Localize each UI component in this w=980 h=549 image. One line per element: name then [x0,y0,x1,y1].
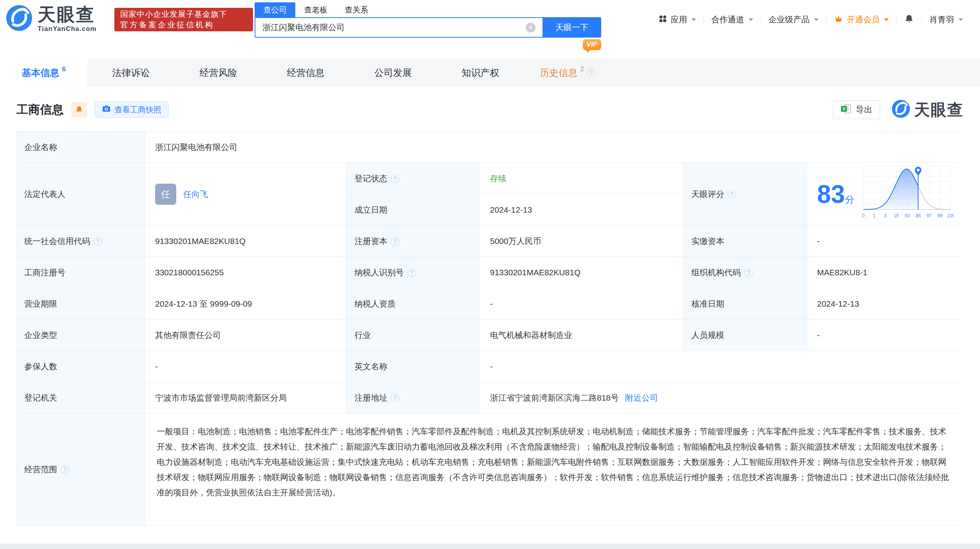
svg-text:3: 3 [884,213,887,219]
field-label-company-name: 企业名称 [16,132,145,163]
search-input[interactable] [255,17,542,38]
tab-basic-info[interactable]: 基本信息6 [0,59,87,87]
field-label-score: 天眼评分? [683,163,807,226]
camera-icon [102,104,111,115]
field-value-est-date: 2024-12-13 [480,194,683,226]
export-button[interactable]: X 导出 [833,100,880,119]
field-value-reg-status: 存续 [480,163,683,194]
menu-item-partner[interactable]: 合作通道 [704,14,761,25]
tab-history-info[interactable]: 历史信息 2 ? VIP [524,59,611,87]
tab-intellectual-property[interactable]: 知识产权 [437,59,524,87]
help-icon[interactable]: ? [391,394,400,402]
field-value-scope: 一般项目：电池制造；电池销售；电池零配件生产；电池零配件销售；汽车零部件及配件制… [145,414,964,525]
help-icon[interactable]: ? [391,174,400,183]
clear-search-icon[interactable]: ✕ [526,23,535,33]
field-label-insured-count: 参保人数 [16,351,145,382]
badge-line1: 国家中小企业发展子基金旗下 [120,9,247,20]
crown-icon [834,14,843,25]
bell-icon [75,105,83,114]
footer-strip [0,544,980,549]
subscribe-bell-button[interactable] [71,102,87,117]
field-label-paid-capital: 实缴资本 [683,226,807,257]
search-tab-company[interactable]: 查公司 [255,2,295,17]
bell-icon [904,14,914,26]
field-value-term: 2024-12-13 至 9999-09-09 [145,288,347,320]
field-value-taxpayer-id: 91330201MAE82KU81Q [480,257,683,288]
tianyancha-logo-icon [892,100,910,119]
tianyancha-logo[interactable]: 天眼查 TianYanCha.com [6,5,97,33]
field-label-taxpayer-quality: 纳税人资质 [347,288,480,320]
help-icon[interactable]: ? [391,237,400,246]
help-icon[interactable]: ? [94,237,102,246]
score-unit: 分 [845,193,854,206]
field-label-address: 注册地址? [347,382,480,414]
legal-rep-link[interactable]: 任向飞 [183,189,208,200]
field-value-english-name: - [480,351,964,382]
tianyancha-company-page: 天眼查 TianYanCha.com 国家中小企业发展子基金旗下 官方备案企业征… [0,0,980,549]
official-certification-badge: 国家中小企业发展子基金旗下 官方备案企业征信机构 [114,8,253,31]
field-value-industry: 电气机械和器材制造业 [480,320,683,351]
field-value-company-type: 其他有限责任公司 [145,320,347,351]
field-label-approval-date: 核准日期 [683,288,807,320]
svg-text:15: 15 [894,213,899,219]
chevron-down-icon [691,18,696,21]
field-label-taxpayer-id: 纳税人识别号? [347,257,480,288]
tianyancha-logo-icon [6,5,32,33]
username: 肖青羽 [929,14,954,25]
notification-bell[interactable] [897,14,922,26]
chevron-down-icon [884,18,889,21]
header-menu: 应用 合作通道 企业级产品 开通会员 [651,0,971,39]
legal-rep-avatar[interactable]: 任 [155,184,176,205]
field-value-reg-authority: 宁波市市场监督管理局前湾新区分局 [145,382,347,414]
nearby-companies-link[interactable]: 附近公司 [625,392,658,403]
help-icon[interactable]: ? [61,465,69,474]
tianyancha-watermark: 天眼查 [892,99,964,121]
score-cell: 83 分 [807,163,964,226]
excel-icon: X [841,104,852,116]
top-header: 天眼查 TianYanCha.com 国家中小企业发展子基金旗下 官方备案企业征… [0,0,980,39]
field-label-reg-capital: 注册资本? [347,226,480,257]
field-value-org-code: MAE82KU8-1 [807,257,964,288]
search-tab-relation[interactable]: 查关系 [336,2,377,17]
tab-operating-info[interactable]: 经营信息 [262,59,349,87]
chevron-down-icon [958,18,963,21]
tab-company-development[interactable]: 公司发展 [349,59,437,87]
tab-operating-risk[interactable]: 经营风险 [175,59,262,87]
field-label-reg-status: 登记状态? [347,163,480,194]
field-label-scope: 经营范围? [16,414,145,525]
search-bar: ✕ 天眼一下 [255,17,601,38]
svg-text:X: X [843,106,846,112]
field-value-insured-count: - [145,351,347,382]
field-label-uscc: 统一社会信用代码? [16,226,145,257]
help-icon[interactable]: ? [744,268,753,277]
svg-text:1: 1 [873,213,876,219]
svg-text:50: 50 [905,213,910,219]
menu-item-apps[interactable]: 应用 [651,14,703,25]
field-label-term: 营业期限 [16,288,145,320]
score-value: 83 [817,182,845,207]
menu-item-enterprise[interactable]: 企业级产品 [761,14,826,25]
svg-text:0: 0 [862,213,865,219]
tab-count: 6 [62,65,65,73]
chevron-down-icon [749,18,753,21]
svg-text:97: 97 [927,213,932,219]
chevron-down-icon [814,18,819,21]
svg-text:99: 99 [938,213,943,219]
field-label-org-code: 组织机构代码? [683,257,807,288]
field-value-staff-size: - [807,320,964,351]
help-icon[interactable]: ? [587,68,596,76]
menu-item-open-membership[interactable]: 开通会员 [826,14,896,25]
user-menu[interactable]: 肖青羽 [922,14,971,25]
field-value-legal-rep: 任 任向飞 [145,163,347,226]
tab-legal-proceedings[interactable]: 法律诉讼 [87,59,175,87]
business-info-table: 企业名称 浙江闪聚电池有限公司 法定代表人 任 任向飞 登记状态? 存续 天眼评… [16,131,964,526]
search-button[interactable]: 天眼一下 [542,17,601,38]
field-label-english-name: 英文名称 [347,351,480,382]
field-label-est-date: 成立日期 [347,194,480,226]
help-icon[interactable]: ? [407,268,416,277]
vip-badge[interactable]: VIP [583,39,601,50]
view-snapshot-button[interactable]: 查看工商快照 [95,101,168,118]
field-label-company-type: 企业类型 [16,320,145,351]
search-tab-boss[interactable]: 查老板 [295,2,336,17]
help-icon[interactable]: ? [728,190,736,199]
